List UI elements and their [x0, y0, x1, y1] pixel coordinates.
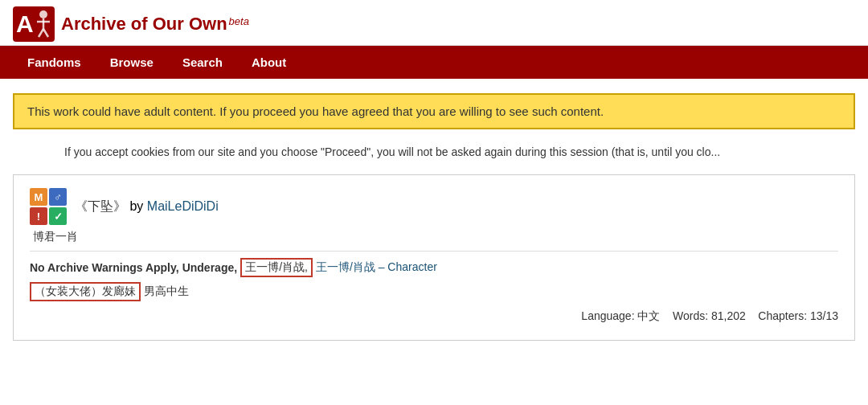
work-icons: M ♂ ! ✓ [30, 188, 67, 225]
icon-complete: ✓ [49, 207, 67, 225]
tag-plain-link[interactable]: 王一博/肖战 – Character [316, 260, 437, 275]
svg-text:A: A [16, 10, 34, 37]
work-author-link[interactable]: MaiLeDiDiDi [147, 199, 219, 213]
cookie-notice: If you accept cookies from our site and … [0, 137, 868, 166]
site-beta: beta [229, 15, 249, 27]
icon-mature: M [30, 188, 47, 206]
logo-area: A Archive of Our Ownbeta [13, 6, 249, 42]
work-card: M ♂ ! ✓ 《下坠》 by MaiLeDiDiDi 博君一肖 No Arch… [13, 174, 855, 341]
nav-search[interactable]: Search [168, 46, 237, 79]
no-warnings-label: No Archive Warnings Apply, [30, 261, 179, 274]
work-header: M ♂ ! ✓ 《下坠》 by MaiLeDiDiDi [30, 188, 838, 225]
main-nav: Fandoms Browse Search About [0, 46, 868, 79]
work-title: 《下坠》 [75, 199, 126, 213]
work-tags-rest: 男高中生 [144, 284, 189, 299]
svg-point-2 [39, 10, 47, 18]
meta-language-label: Language: [581, 309, 634, 322]
work-icons-row-1: M ♂ [30, 188, 67, 206]
work-fandom-text: 博君一肖 [33, 230, 78, 243]
work-tags-line: （女装大佬）发廊妹 男高中生 [30, 282, 838, 301]
site-title: Archive of Our Own [61, 14, 227, 34]
separator [30, 251, 838, 252]
nav-about[interactable]: About [237, 46, 301, 79]
work-fandom: 博君一肖 [33, 230, 838, 244]
work-by-word: by [129, 199, 143, 213]
icon-warning: ! [30, 207, 47, 225]
nav-fandoms[interactable]: Fandoms [13, 46, 96, 79]
meta-words-value: 81,202 [711, 309, 746, 322]
icon-male: ♂ [49, 188, 67, 206]
work-warnings: No Archive Warnings Apply, Underage, 王一博… [30, 258, 838, 277]
site-title-group: Archive of Our Ownbeta [61, 14, 249, 35]
meta-language-value: 中文 [637, 309, 660, 322]
nav-browse[interactable]: Browse [96, 46, 168, 79]
work-meta: Language: 中文 Words: 81,202 Chapters: 13/… [30, 309, 838, 324]
meta-chapters-value: 13/13 [810, 309, 838, 322]
work-title-author: 《下坠》 by MaiLeDiDiDi [75, 198, 219, 215]
warning-text: This work could have adult content. If y… [27, 104, 604, 118]
ao3-logo-icon: A [13, 6, 55, 42]
underage-label: Underage, [182, 261, 237, 274]
tag-highlighted-1: 王一博/肖战, [240, 258, 313, 277]
warning-banner: This work could have adult content. If y… [13, 93, 855, 129]
meta-chapters-label: Chapters: [758, 309, 807, 322]
cookie-notice-text: If you accept cookies from our site and … [64, 145, 720, 158]
site-header: A Archive of Our Ownbeta [0, 0, 868, 46]
work-icons-row-2: ! ✓ [30, 207, 67, 225]
tag-highlighted-2: （女装大佬）发廊妹 [30, 282, 141, 301]
meta-words-label: Words: [673, 309, 708, 322]
